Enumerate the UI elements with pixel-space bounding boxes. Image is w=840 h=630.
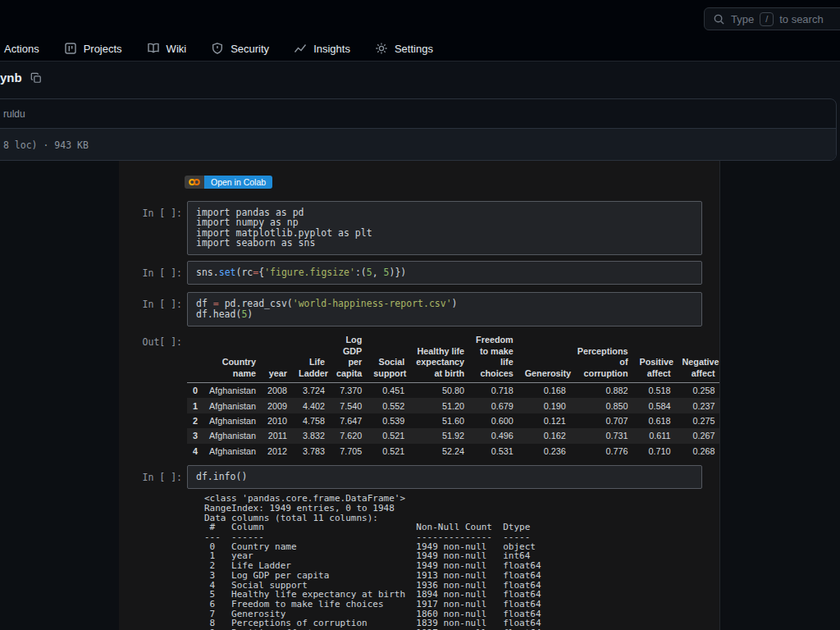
df-col-header: Social support bbox=[368, 333, 410, 382]
shield-icon bbox=[211, 42, 224, 55]
tab-settings[interactable]: Settings bbox=[375, 42, 433, 55]
colab-badge[interactable]: Open in Colab bbox=[185, 176, 272, 189]
search-placeholder-prefix: Type bbox=[731, 13, 754, 25]
out-prompt: Out[ ]: bbox=[119, 331, 187, 459]
tab-label: Settings bbox=[395, 43, 433, 55]
df-cell: 0.611 bbox=[634, 428, 677, 443]
df-cell: Afghanistan bbox=[203, 444, 262, 459]
df-cell: 50.80 bbox=[410, 383, 470, 399]
df-cell: 0.850 bbox=[572, 398, 634, 413]
graph-icon bbox=[294, 42, 307, 55]
tab-actions[interactable]: Actions bbox=[4, 43, 39, 55]
code-cell: import pandas as pd import numpy as np i… bbox=[187, 201, 702, 255]
df-cell: 0.618 bbox=[634, 413, 677, 428]
df-cell: 2 bbox=[187, 413, 203, 428]
df-cell: 0.236 bbox=[519, 444, 572, 459]
df-cell: 0.539 bbox=[368, 413, 410, 428]
df-cell: 3 bbox=[187, 428, 203, 443]
file-meta: 8 loc) · 943 KB bbox=[3, 139, 89, 151]
copy-icon bbox=[30, 72, 42, 84]
df-row: 3Afghanistan20113.8327.6200.52151.920.49… bbox=[187, 428, 720, 443]
df-cell: 2010 bbox=[262, 413, 293, 428]
df-cell: 4.758 bbox=[293, 413, 331, 428]
cell-prompt: In [ ]: bbox=[119, 201, 187, 255]
df-cell: 0.121 bbox=[519, 413, 572, 428]
search-icon bbox=[713, 13, 725, 25]
df-cell: 51.20 bbox=[410, 398, 470, 413]
code-cell-row: In [ ]: df = pd.read_csv('world-happines… bbox=[119, 292, 702, 326]
colab-badge-label: Open in Colab bbox=[204, 176, 272, 189]
df-cell: 1 bbox=[187, 398, 203, 413]
df-cell: 0.518 bbox=[634, 383, 677, 399]
tab-label: Security bbox=[231, 43, 269, 55]
cell-prompt: In [ ]: bbox=[119, 292, 187, 326]
tab-wiki[interactable]: Wiki bbox=[147, 42, 187, 55]
df-cell: 0.584 bbox=[634, 398, 677, 413]
df-col-header: Log GDP per capita bbox=[331, 333, 368, 382]
df-cell: 0.521 bbox=[368, 428, 410, 443]
df-cell: 0.776 bbox=[572, 444, 634, 459]
notebook-band: Open in Colab In [ ]: import pandas as p… bbox=[0, 161, 840, 630]
projects-icon bbox=[64, 42, 77, 55]
df-cell: 2009 bbox=[262, 398, 293, 413]
df-col-header: Country name bbox=[203, 333, 262, 382]
df-cell: 0 bbox=[187, 383, 203, 399]
df-col-header: Freedom to make life choices bbox=[470, 333, 519, 382]
colab-icon bbox=[185, 176, 204, 189]
file-name: ynb bbox=[0, 71, 22, 84]
commit-message[interactable]: ruldu bbox=[3, 108, 25, 120]
df-cell: 0.496 bbox=[470, 428, 519, 443]
df-cell: 0.162 bbox=[519, 428, 572, 443]
df-cell: 2012 bbox=[262, 444, 293, 459]
code-cell: sns.set(rc={'figure.figsize':(5, 5)}) bbox=[187, 261, 702, 285]
df-row: 0Afghanistan20083.7247.3700.45150.800.71… bbox=[187, 383, 720, 399]
book-icon bbox=[147, 42, 160, 55]
tab-insights[interactable]: Insights bbox=[294, 42, 350, 55]
tab-projects[interactable]: Projects bbox=[64, 42, 122, 55]
df-cell: 0.710 bbox=[634, 444, 677, 459]
code-cell-row: In [ ]: import pandas as pd import numpy… bbox=[119, 201, 702, 255]
code-cell-row: In [ ]: df.info() bbox=[119, 465, 702, 489]
df-cell: 7.370 bbox=[331, 383, 368, 399]
file-header: ynb bbox=[0, 71, 42, 84]
slash-key: / bbox=[760, 12, 774, 26]
df-cell: 0.190 bbox=[519, 398, 572, 413]
df-col-header: Perceptions of corruption bbox=[572, 333, 634, 382]
df-cell: 4 bbox=[187, 444, 203, 459]
df-cell: 0.718 bbox=[470, 383, 519, 399]
search-input[interactable]: Type / to search bbox=[704, 7, 840, 30]
df-cell: 7.540 bbox=[331, 398, 368, 413]
df-cell: 4.402 bbox=[293, 398, 331, 413]
df-cell: 7.620 bbox=[331, 428, 368, 443]
page: Type / to search ActionsProjectsWikiSecu… bbox=[0, 0, 840, 630]
notebook-container: Open in Colab In [ ]: import pandas as p… bbox=[119, 161, 720, 630]
df-cell: 0.268 bbox=[677, 444, 720, 459]
cell-prompt: In [ ]: bbox=[119, 261, 187, 285]
df-cell: Afghanistan bbox=[203, 428, 262, 443]
df-col-header: Healthy life expectancy at birth bbox=[410, 333, 470, 382]
df-cell: 0.600 bbox=[470, 413, 519, 428]
output-row: Out[ ]: Country nameyearLife LadderLog G… bbox=[119, 331, 702, 459]
search-placeholder-suffix: to search bbox=[779, 13, 823, 25]
code-cell: df.info() bbox=[187, 465, 702, 489]
df-col-header: Negative affect bbox=[677, 333, 720, 382]
commit-box: ruldu 8 loc) · 943 KB bbox=[0, 98, 837, 161]
tab-label: Insights bbox=[313, 43, 350, 55]
tab-security[interactable]: Security bbox=[211, 42, 269, 55]
copy-path-button[interactable] bbox=[30, 72, 42, 84]
tab-label: Actions bbox=[4, 43, 39, 55]
df-cell: 51.92 bbox=[410, 428, 470, 443]
df-cell: 0.731 bbox=[572, 428, 634, 443]
df-cell: 0.451 bbox=[368, 383, 410, 399]
df-cell: Afghanistan bbox=[203, 398, 262, 413]
df-cell: 0.267 bbox=[677, 428, 720, 443]
df-cell: 3.724 bbox=[293, 383, 331, 399]
repo-tab-nav: ActionsProjectsWikiSecurityInsightsSetti… bbox=[0, 36, 840, 62]
df-cell: 0.882 bbox=[572, 383, 634, 399]
top-header: Type / to search bbox=[0, 0, 840, 36]
code-cell-row: In [ ]: sns.set(rc={'figure.figsize':(5,… bbox=[119, 261, 702, 285]
df-cell: 0.679 bbox=[470, 398, 519, 413]
df-cell: 0.521 bbox=[368, 444, 410, 459]
tab-label: Wiki bbox=[167, 43, 187, 55]
dataframe-output: Country nameyearLife LadderLog GDP per c… bbox=[187, 331, 720, 459]
